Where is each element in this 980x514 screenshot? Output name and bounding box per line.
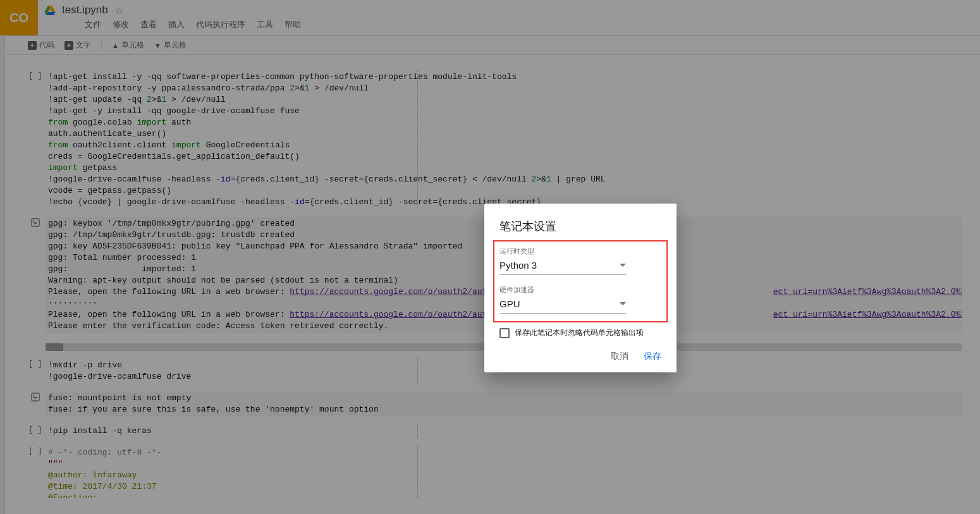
chevron-down-icon [620, 302, 626, 305]
cancel-button[interactable]: 取消 [611, 351, 628, 362]
runtime-type-select[interactable]: Python 3 [499, 257, 626, 275]
highlight-box: 运行时类型 Python 3 硬件加速器 GPU [493, 240, 668, 322]
omit-output-checkbox[interactable] [499, 328, 510, 338]
dialog-title: 笔记本设置 [499, 219, 661, 234]
accelerator-label: 硬件加速器 [499, 285, 661, 295]
omit-output-label: 保存此笔记本时忽略代码单元格输出项 [515, 327, 644, 338]
chevron-down-icon [620, 264, 626, 267]
accelerator-select[interactable]: GPU [499, 296, 626, 314]
save-button[interactable]: 保存 [644, 351, 661, 362]
notebook-settings-dialog: 笔记本设置 运行时类型 Python 3 硬件加速器 GPU 保存此笔记本时忽略… [484, 204, 677, 372]
runtime-type-label: 运行时类型 [499, 247, 661, 256]
